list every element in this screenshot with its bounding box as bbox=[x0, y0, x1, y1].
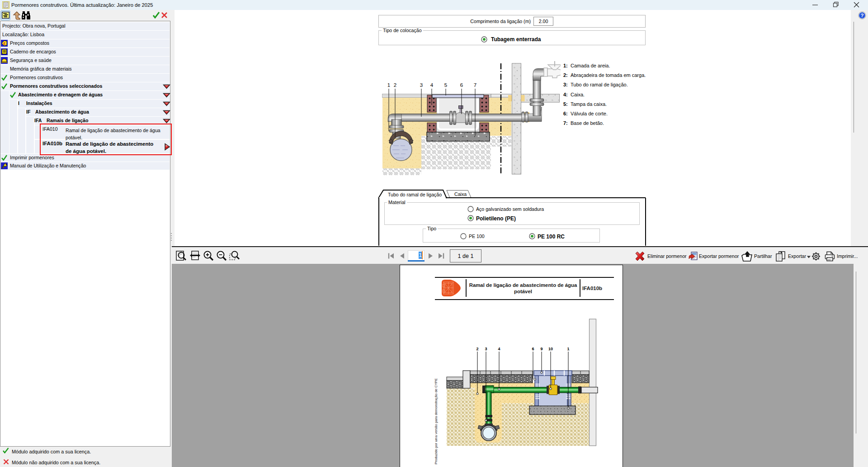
svg-text:2: 2 bbox=[394, 82, 396, 88]
svg-text:?: ? bbox=[860, 13, 863, 18]
svg-text:Tubo do ramal de ligação: Tubo do ramal de ligação bbox=[388, 192, 442, 197]
svg-text:10: 10 bbox=[548, 347, 553, 351]
svg-text:€: € bbox=[3, 41, 5, 46]
svg-text:1: 1 bbox=[387, 82, 390, 88]
svg-text:9: 9 bbox=[540, 347, 542, 351]
svg-text:3: 3 bbox=[485, 347, 487, 351]
svg-text:4: 4 bbox=[430, 82, 434, 88]
svg-text:4: 4 bbox=[498, 347, 500, 351]
svg-text:3: 3 bbox=[420, 82, 423, 88]
svg-text:1: 1 bbox=[567, 347, 569, 351]
svg-text:2: 2 bbox=[476, 347, 478, 351]
svg-text:7: 7 bbox=[474, 82, 476, 88]
svg-text:5: 5 bbox=[444, 82, 447, 88]
svg-text:6: 6 bbox=[460, 82, 463, 88]
svg-text:Caixa: Caixa bbox=[454, 191, 467, 197]
svg-text:6: 6 bbox=[532, 347, 534, 351]
